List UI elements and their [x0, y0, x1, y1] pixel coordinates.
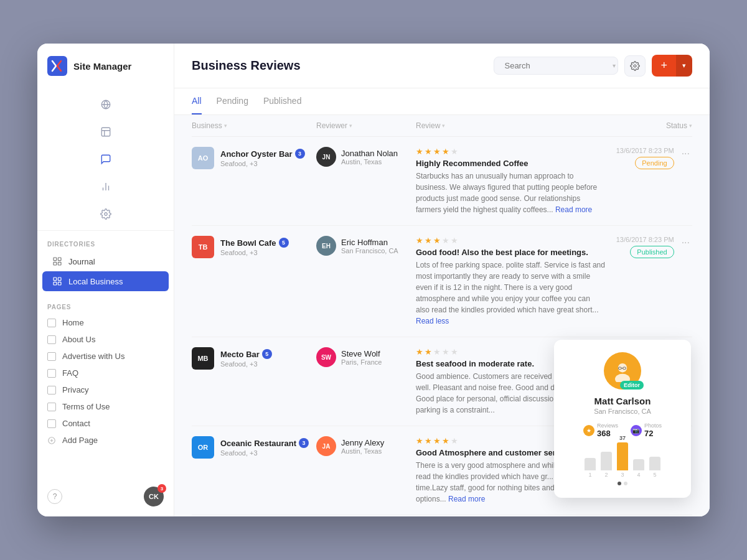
business-info: Mecto Bar 5 Seafood, +3 — [220, 349, 272, 368]
page-terms[interactable]: Terms of Use — [37, 398, 174, 415]
business-badge: 3 — [295, 149, 305, 159]
page-faq[interactable]: FAQ — [37, 365, 174, 381]
star-5: ★ — [451, 147, 458, 156]
page-advertise[interactable]: Advertise with Us — [37, 348, 174, 365]
nav-icon-globe[interactable] — [93, 92, 118, 117]
star-4: ★ — [442, 236, 449, 245]
tab-pending[interactable]: Pending — [217, 88, 248, 114]
business-info: Anchor Oyster Bar 3 Seafood, +3 — [220, 149, 305, 167]
read-more-link[interactable]: Read less — [416, 317, 449, 325]
read-more-link[interactable]: Read more — [555, 205, 592, 214]
svg-rect-4 — [54, 258, 57, 261]
reviewer-avatar: SW — [316, 347, 336, 367]
settings-button[interactable] — [624, 55, 646, 77]
popup-avatar-wrap: Editor — [566, 352, 679, 390]
page-about[interactable]: About Us — [37, 331, 174, 348]
user-avatar[interactable]: CK 3 — [144, 487, 164, 506]
page-home[interactable]: Home — [37, 314, 174, 331]
bar-axis-label: 3 — [621, 472, 624, 478]
chart-bar — [617, 442, 628, 470]
nav-icon-settings[interactable] — [93, 202, 118, 226]
chart-bar — [601, 452, 612, 470]
more-options-button[interactable]: ··· — [679, 147, 692, 161]
page-faq-label: FAQ — [62, 368, 78, 378]
photos-count: 72 — [644, 429, 662, 438]
reviewer-name: Steve Wolf — [341, 349, 382, 358]
search-input[interactable] — [504, 61, 609, 70]
star-4: ★ — [442, 147, 449, 156]
nav-icon-chart[interactable] — [93, 174, 118, 199]
status-area: 13/6/2017 8:23 PM Published — [616, 236, 674, 258]
reviewer-name: Jonathan Nolan — [341, 149, 398, 158]
nav-icon-layout[interactable] — [93, 119, 118, 144]
sort-icon: ▾ — [224, 123, 227, 129]
notification-badge: 3 — [157, 484, 166, 493]
tabs-bar: All Pending Published — [174, 88, 710, 115]
business-col: MB Mecto Bar 5 Seafood, +3 — [192, 347, 316, 370]
bar-group: 4 — [633, 458, 644, 478]
add-button-group: + ▾ — [652, 55, 692, 77]
star-2: ★ — [425, 236, 432, 245]
col-header-review[interactable]: Review ▾ — [416, 121, 605, 130]
reviewer-col: EH Eric Hoffman San Francisco, CA — [316, 236, 416, 256]
reviewer-col: JA Jenny Alexy Austin, Texas — [316, 436, 416, 456]
timestamp: 13/6/2017 8:23 PM — [616, 147, 674, 154]
page-about-label: About Us — [62, 335, 95, 344]
review-col: ★★★★★ Good food! Also the best place for… — [416, 236, 605, 327]
page-title: Business Reviews — [192, 58, 301, 73]
col-header-business[interactable]: Business ▾ — [192, 121, 316, 130]
star-5: ★ — [451, 347, 458, 357]
star-rating: ★★★★★ — [416, 147, 605, 156]
business-col: TB The Bowl Cafe 5 Seafood, +3 — [192, 236, 316, 258]
star-4: ★ — [442, 347, 449, 357]
timestamp: 13/6/2017 8:23 PM — [616, 236, 674, 243]
col-header-reviewer[interactable]: Reviewer ▾ — [316, 121, 416, 130]
tab-all[interactable]: All — [192, 88, 202, 114]
add-dropdown-button[interactable]: ▾ — [676, 55, 692, 77]
review-text: Lots of free parking space. polite staff… — [416, 259, 605, 327]
svg-rect-11 — [58, 282, 61, 285]
add-page-button[interactable]: Add Page — [37, 432, 174, 449]
reviewer-avatar: EH — [316, 236, 336, 256]
business-col: AO Anchor Oyster Bar 3 Seafood, +3 — [192, 147, 316, 169]
reviewer-location: Austin, Texas — [341, 158, 398, 166]
sidebar-item-local-business[interactable]: Local Business — [42, 271, 169, 291]
review-text: Starbucks has an unusually human approac… — [416, 170, 605, 215]
help-button[interactable]: ? — [47, 489, 62, 504]
table-row: AO Anchor Oyster Bar 3 Seafood, +3 JN Jo… — [192, 137, 692, 226]
popup-dots — [566, 482, 679, 485]
page-terms-label: Terms of Use — [62, 402, 110, 411]
pages-label: PAGES — [37, 296, 174, 314]
popup-chart: 1 2 37 3 4 5 — [566, 447, 679, 478]
col-header-status[interactable]: Status ▾ — [605, 121, 692, 130]
reviewer-info: Jonathan Nolan Austin, Texas — [341, 149, 398, 166]
add-button[interactable]: + — [652, 55, 676, 77]
svg-rect-6 — [54, 262, 57, 265]
read-more-link[interactable]: Read more — [448, 495, 485, 503]
table-row: TB The Bowl Cafe 5 Seafood, +3 EH Eric H… — [192, 226, 692, 337]
photos-stat: 📷 Photos 72 — [631, 422, 662, 438]
nav-icon-chat[interactable] — [93, 147, 118, 172]
reviewer-col: JN Jonathan Nolan Austin, Texas — [316, 147, 416, 167]
tab-published[interactable]: Published — [263, 88, 302, 114]
status-col: 13/6/2017 8:23 PM Published ··· — [605, 236, 692, 258]
sidebar-item-journal[interactable]: Journal — [42, 251, 169, 271]
search-dropdown-icon: ▾ — [613, 62, 616, 69]
page-contact[interactable]: Contact — [37, 415, 174, 432]
star-3: ★ — [433, 347, 441, 357]
more-options-button[interactable]: ··· — [679, 236, 692, 250]
business-name: Mecto Bar 5 — [220, 349, 272, 359]
reviewer-name: Jenny Alexy — [341, 438, 384, 447]
page-icon — [47, 369, 56, 378]
page-privacy-label: Privacy — [62, 385, 89, 394]
business-name: The Bowl Cafe 5 — [220, 238, 289, 248]
search-bar[interactable]: ▾ — [494, 57, 618, 75]
photos-stat-icon: 📷 — [631, 425, 642, 436]
reviewer-avatar: JN — [316, 147, 336, 167]
star-3: ★ — [433, 236, 441, 245]
star-1: ★ — [416, 436, 423, 446]
business-thumb: OR — [192, 436, 214, 459]
page-privacy[interactable]: Privacy — [37, 381, 174, 398]
business-category: Seafood, +3 — [220, 360, 272, 368]
star-3: ★ — [433, 147, 441, 156]
